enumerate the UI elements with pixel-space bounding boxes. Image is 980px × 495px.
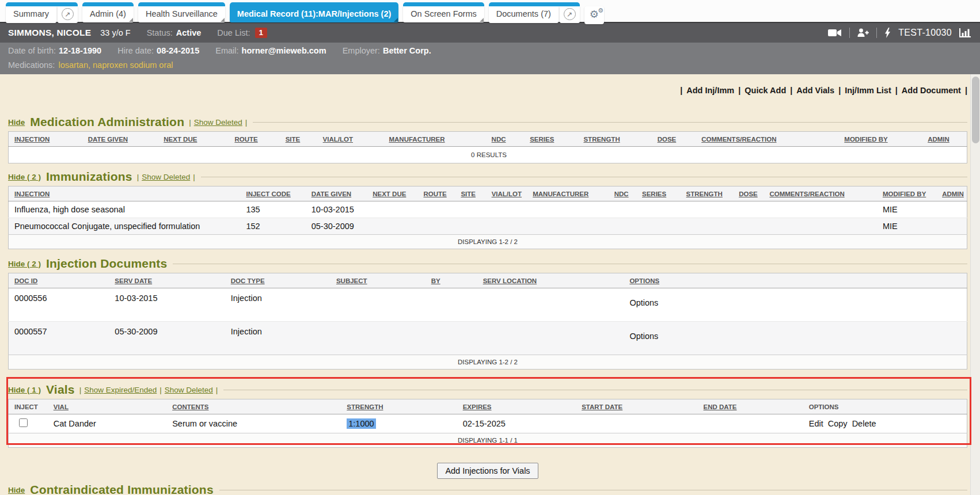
column-header[interactable]: VIAL xyxy=(48,399,166,414)
column-header[interactable]: MODIFIED BY xyxy=(838,132,922,147)
add-injections-for-vials-button[interactable]: Add Injections for Vials xyxy=(437,463,538,479)
vertical-scrollbar[interactable] xyxy=(970,74,980,495)
inj-imm-list-link[interactable]: Inj/Imm List xyxy=(845,86,891,95)
column-header[interactable]: STRENGTH xyxy=(578,132,651,147)
tab-summary-popout[interactable]: ↗ xyxy=(58,6,78,23)
divider xyxy=(876,28,877,38)
injection-name: Pneumococcal Conjugate, unspecified form… xyxy=(9,218,241,235)
copy-vial-link[interactable]: Copy xyxy=(828,419,848,428)
column-header[interactable]: STRENGTH xyxy=(341,399,457,414)
column-header[interactable]: ADMIN xyxy=(922,132,967,147)
column-header[interactable]: DOSE xyxy=(733,186,764,201)
column-header[interactable]: ADMIN xyxy=(936,186,967,201)
column-header[interactable]: INJECTION xyxy=(9,186,241,201)
column-header[interactable]: COMMENTS/REACTION xyxy=(696,132,838,147)
hide-injection-documents-link[interactable]: Hide ( 2 ) xyxy=(8,260,41,268)
column-header[interactable]: INJECT CODE xyxy=(240,186,305,201)
show-deleted-link[interactable]: Show Deleted xyxy=(165,386,213,394)
tab-documents-popout[interactable]: ↗ xyxy=(560,6,580,23)
contraindicated-immunizations-title: Contraindicated Immunizations xyxy=(30,483,214,495)
column-header[interactable]: START DATE xyxy=(576,399,697,414)
column-header[interactable]: NDC xyxy=(609,186,636,201)
hide-immunizations-link[interactable]: Hide ( 2 ) xyxy=(8,173,41,181)
popout-arrow-icon: ↗ xyxy=(62,8,74,20)
column-header[interactable]: SUBJECT xyxy=(331,273,426,288)
column-header[interactable]: SERV DATE xyxy=(109,273,225,288)
settings-button[interactable]: ⚙⚙ xyxy=(584,6,604,24)
column-header[interactable]: VIAL/LOT xyxy=(486,186,527,201)
column-header[interactable]: ROUTE xyxy=(417,186,455,201)
column-header[interactable]: ROUTE xyxy=(229,132,279,147)
hide-vials-link[interactable]: Hide ( 1 ) xyxy=(8,386,41,394)
tab-health-surveillance[interactable]: Health Surveillance xyxy=(138,6,225,22)
column-header[interactable]: COMMENTS/REACTION xyxy=(764,186,876,201)
email-value: horner@mieweb.com xyxy=(242,46,326,55)
tab-admin-group: Admin (4) xyxy=(82,2,134,22)
column-header[interactable]: DATE GIVEN xyxy=(306,186,367,201)
column-header[interactable]: NEXT DUE xyxy=(158,132,229,147)
table-header-row: INJECT VIAL CONTENTS STRENGTH EXPIRES ST… xyxy=(9,399,967,414)
column-header[interactable]: INJECTION xyxy=(9,132,82,147)
station-id: TEST-10030 xyxy=(898,28,952,38)
column-header[interactable]: NEXT DUE xyxy=(367,186,417,201)
column-header[interactable]: STRENGTH xyxy=(681,186,734,201)
column-header[interactable]: BY xyxy=(426,273,477,288)
quick-add-link[interactable]: Quick Add xyxy=(745,86,786,95)
separator: | xyxy=(159,386,162,394)
tab-on-screen-forms[interactable]: On Screen Forms xyxy=(403,6,484,22)
column-header[interactable]: MANUFACTURER xyxy=(383,132,485,147)
table-header-row: INJECTION DATE GIVEN NEXT DUE ROUTE SITE… xyxy=(9,132,967,147)
column-header[interactable]: END DATE xyxy=(698,399,803,414)
column-header[interactable]: MANUFACTURER xyxy=(527,186,609,201)
options-link[interactable]: Options xyxy=(629,332,658,341)
column-header[interactable]: SERV LOCATION xyxy=(477,273,624,288)
hide-contraindicated-link[interactable]: Hide xyxy=(8,486,25,494)
add-user-icon[interactable] xyxy=(857,28,869,37)
date-given: 10-03-2015 xyxy=(306,201,367,218)
column-header[interactable]: VIAL/LOT xyxy=(317,132,383,147)
chart-stats-icon[interactable] xyxy=(959,28,971,37)
tab-summary[interactable]: Summary xyxy=(6,6,56,23)
hire-date-value: 08-24-2015 xyxy=(157,46,199,55)
tab-documents[interactable]: Documents (7) xyxy=(489,6,559,23)
options-link[interactable]: Options xyxy=(629,298,658,307)
immunizations-title: Immunizations xyxy=(46,170,132,183)
displaying-text: DISPLAYING 1-2 / 2 xyxy=(9,355,967,370)
add-inj-imm-link[interactable]: Add Inj/Imm xyxy=(686,86,734,95)
medications-links[interactable]: losartan, naproxen sodium oral xyxy=(58,60,173,70)
column-header[interactable]: DOC TYPE xyxy=(225,273,331,288)
column-header[interactable]: CONTENTS xyxy=(166,399,341,414)
column-header[interactable]: DOSE xyxy=(652,132,696,147)
column-header[interactable]: SERIES xyxy=(524,132,578,147)
vials-section: Hide ( 1 ) Vials |Show Expired/Ended|Sho… xyxy=(8,383,967,448)
scrollbar-thumb[interactable] xyxy=(972,77,979,143)
column-header[interactable]: SITE xyxy=(455,186,485,201)
column-header[interactable]: OPTIONS xyxy=(624,273,967,288)
doc-type: Injection xyxy=(225,288,331,322)
show-deleted-link[interactable]: Show Deleted xyxy=(142,173,190,181)
table-header-row: DOC ID SERV DATE DOC TYPE SUBJECT BY SER… xyxy=(9,273,967,288)
column-header[interactable]: EXPIRES xyxy=(457,399,576,414)
column-header[interactable]: MODIFIED BY xyxy=(877,186,936,201)
edit-vial-link[interactable]: Edit xyxy=(809,419,823,428)
add-vials-link[interactable]: Add Vials xyxy=(796,86,834,95)
contraindicated-immunizations-section: Hide Contraindicated Immunizations INJEC… xyxy=(8,483,967,495)
tab-admin[interactable]: Admin (4) xyxy=(82,6,134,22)
column-header[interactable]: DOC ID xyxy=(9,273,109,288)
add-document-link[interactable]: Add Document xyxy=(902,86,961,95)
video-call-icon[interactable] xyxy=(828,29,842,37)
quick-actions-lightning-icon[interactable] xyxy=(884,28,891,38)
show-expired-ended-link[interactable]: Show Expired/Ended xyxy=(84,386,157,394)
column-header[interactable]: SITE xyxy=(280,132,317,147)
tab-medical-record[interactable]: Medical Record (11):MAR/Injections (2) xyxy=(230,6,399,22)
vial-select-checkbox[interactable] xyxy=(19,418,28,427)
column-header[interactable]: DATE GIVEN xyxy=(82,132,158,147)
show-deleted-link[interactable]: Show Deleted xyxy=(194,118,242,127)
column-header[interactable]: NDC xyxy=(486,132,525,147)
employer-value: Better Corp. xyxy=(383,46,431,55)
tab-health-surveillance-label: Health Surveillance xyxy=(146,9,218,18)
due-list-count-badge[interactable]: 1 xyxy=(255,28,268,38)
hide-medication-administration-link[interactable]: Hide xyxy=(8,118,25,127)
delete-vial-link[interactable]: Delete xyxy=(852,419,876,428)
column-header[interactable]: SERIES xyxy=(636,186,681,201)
